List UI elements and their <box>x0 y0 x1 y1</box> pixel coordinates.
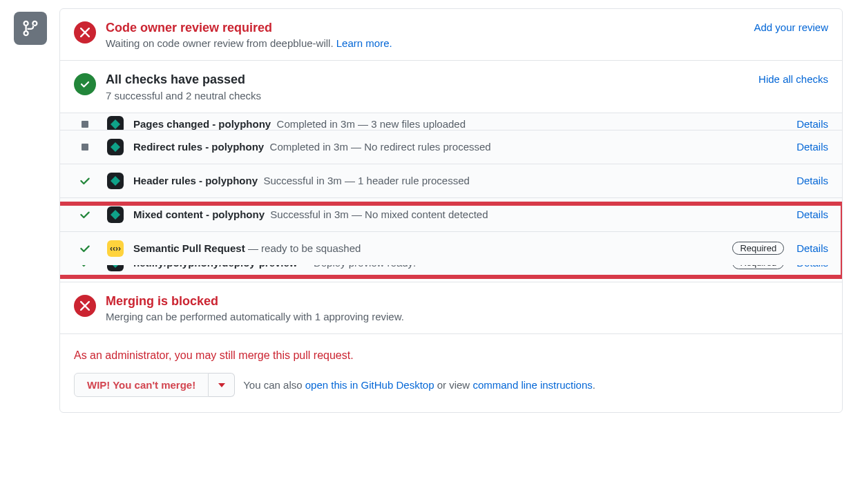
merge-dropdown-button[interactable] <box>209 373 235 397</box>
check-icon <box>74 73 96 95</box>
success-status-icon <box>77 209 93 221</box>
app-avatar-icon <box>107 139 124 155</box>
app-avatar-icon <box>107 206 124 223</box>
git-branch-icon <box>14 12 47 45</box>
merge-section: As an administrator, you may still merge… <box>60 334 842 412</box>
check-row: Redirect rules - polyphony Completed in … <box>60 130 842 164</box>
details-link[interactable]: Details <box>796 175 828 186</box>
merge-button[interactable]: WIP! You can't merge! <box>74 373 209 397</box>
checks-list: Pages changed - polyphony Completed in 3… <box>60 113 842 282</box>
details-link[interactable]: Details <box>796 209 828 220</box>
open-desktop-link[interactable]: open this in GitHub Desktop <box>305 379 434 391</box>
svg-marker-1 <box>111 142 120 152</box>
x-icon <box>74 295 96 317</box>
details-link[interactable]: Details <box>796 118 828 130</box>
merge-panel: Add your review Code owner review requir… <box>59 8 843 413</box>
admin-note: As an administrator, you may still merge… <box>74 349 828 362</box>
x-icon <box>74 21 96 43</box>
blocked-title: Merging is blocked <box>106 293 404 309</box>
check-row: Header rules - polyphony Successful in 3… <box>60 164 842 197</box>
check-row: Pages changed - polyphony Completed in 3… <box>60 113 842 130</box>
svg-marker-0 <box>111 119 120 129</box>
svg-marker-4 <box>111 265 120 268</box>
check-row-highlighted: ‹‹›› Semantic Pull Request — ready to be… <box>60 231 842 265</box>
checks-header-section: Hide all checks All checks have passed 7… <box>60 61 842 113</box>
details-link[interactable]: Details <box>796 242 828 254</box>
success-status-icon <box>77 242 93 255</box>
svg-marker-2 <box>111 176 120 186</box>
blocked-subtitle: Merging can be performed automatically w… <box>106 311 404 322</box>
check-row: netlify/polyphony/deploy-preview — Deplo… <box>60 265 842 280</box>
hide-checks-link[interactable]: Hide all checks <box>758 73 828 85</box>
checks-subtitle: 7 successful and 2 neutral checks <box>106 90 261 101</box>
cli-instructions-link[interactable]: command line instructions <box>472 379 592 391</box>
required-badge: Required <box>732 242 784 255</box>
app-avatar-icon: ‹‹›› <box>107 240 124 257</box>
app-avatar-icon <box>107 265 124 271</box>
success-status-icon <box>77 265 93 269</box>
app-avatar-icon <box>107 173 124 189</box>
add-review-link[interactable]: Add your review <box>754 21 828 33</box>
neutral-status-icon <box>77 121 93 128</box>
review-title: Code owner review required <box>106 20 392 36</box>
success-status-icon <box>77 175 93 187</box>
review-subtitle: Waiting on code owner review from deepbl… <box>106 37 392 49</box>
app-avatar-icon <box>107 116 124 130</box>
neutral-status-icon <box>77 144 93 151</box>
details-link[interactable]: Details <box>796 141 828 153</box>
details-link[interactable]: Details <box>796 265 828 269</box>
check-row: Mixed content - polyphony Successful in … <box>60 197 842 231</box>
merging-blocked-section: Merging is blocked Merging can be perfor… <box>60 282 842 334</box>
review-required-section: Add your review Code owner review requir… <box>60 9 842 61</box>
svg-marker-3 <box>111 210 120 220</box>
required-badge: Required <box>732 265 784 270</box>
caret-down-icon <box>218 383 225 387</box>
learn-more-link[interactable]: Learn more. <box>336 37 392 49</box>
checks-title: All checks have passed <box>106 72 261 88</box>
